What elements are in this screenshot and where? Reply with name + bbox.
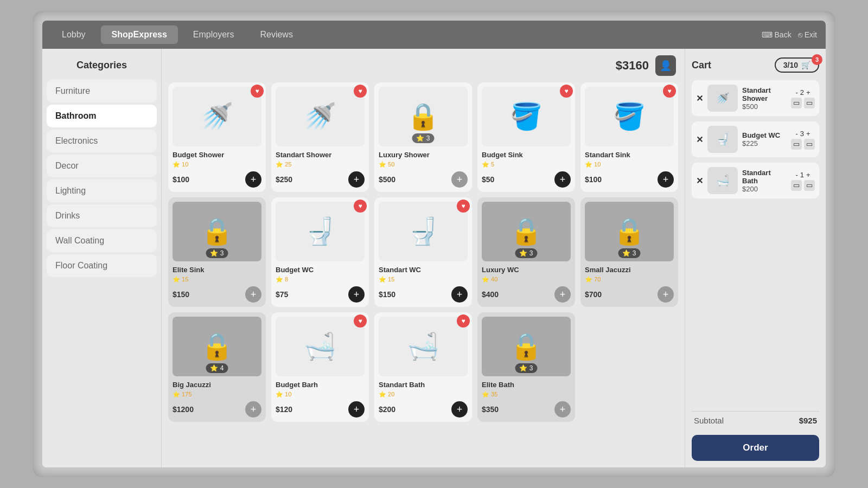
product-price: $150 <box>173 290 189 299</box>
product-stars: ⭐ 50 <box>379 161 468 168</box>
star-badge: ⭐ 3 <box>618 248 640 258</box>
product-price: $75 <box>276 290 288 299</box>
add-button[interactable]: + <box>554 286 571 303</box>
heart-button[interactable]: ♥ <box>251 85 264 98</box>
product-card-budget-shower[interactable]: ♥ 🚿 Budget Shower ⭐ 10 $100 + <box>168 82 266 192</box>
product-price-row: $120 + <box>276 401 365 418</box>
cart-qty: - 3 + ▭ ▭ <box>791 130 815 150</box>
heart-button[interactable]: ♥ <box>354 200 367 213</box>
sidebar-item-furniture[interactable]: Furniture <box>47 80 157 102</box>
remove-button[interactable]: ✕ <box>696 176 703 186</box>
sidebar-item-electronics[interactable]: Electronics <box>47 130 157 152</box>
sidebar-item-drinks[interactable]: Drinks <box>47 204 157 227</box>
sidebar-item-floor-coating[interactable]: Floor Coating <box>47 254 157 277</box>
product-card-elite-sink[interactable]: 🔒 ⭐ 3 Elite Sink ⭐ 15 $150 + <box>168 197 266 307</box>
add-button[interactable]: + <box>245 401 261 418</box>
add-button[interactable]: + <box>658 286 674 303</box>
add-button[interactable]: + <box>245 286 261 303</box>
product-price-row: $200 + <box>379 401 468 418</box>
product-price: $500 <box>379 175 395 184</box>
decrement-button[interactable]: ▭ <box>791 98 802 108</box>
add-button[interactable]: + <box>348 401 365 418</box>
add-button[interactable]: + <box>554 171 571 188</box>
product-price: $250 <box>276 175 292 184</box>
remove-button[interactable]: ✕ <box>696 93 703 104</box>
product-price-row: $400 + <box>482 286 571 303</box>
product-card-budget-wc[interactable]: ♥ 🚽 Budget WC ⭐ 8 $75 + <box>271 197 369 307</box>
cart-item-image: 🚽 <box>707 126 738 153</box>
product-card-standart-sink[interactable]: ♥ 🪣 Standart Sink ⭐ 10 $100 + <box>580 82 678 192</box>
product-price-row: $700 + <box>585 286 674 303</box>
heart-button[interactable]: ♥ <box>354 85 367 98</box>
product-name: Standart Bath <box>379 381 468 389</box>
product-stars: ⭐ 8 <box>276 276 365 283</box>
increment-button[interactable]: ▭ <box>804 98 815 108</box>
star-badge: ⭐ 3 <box>515 363 537 373</box>
add-button[interactable]: + <box>348 171 365 188</box>
product-price: $100 <box>173 175 189 184</box>
product-name: Budget Sink <box>482 151 571 159</box>
add-button[interactable]: + <box>348 286 365 303</box>
product-card-standart-wc[interactable]: ♥ 🚽 Standart WC ⭐ 15 $150 + <box>374 197 472 307</box>
tab-lobby[interactable]: Lobby <box>51 25 97 44</box>
minus-icon: - <box>795 130 797 138</box>
cart-item-info: Standart Shower $500 <box>742 86 787 111</box>
product-price-row: $250 + <box>276 171 365 188</box>
user-icon-button[interactable]: 👤 <box>655 55 676 76</box>
tab-reviews[interactable]: Reviews <box>249 25 303 44</box>
product-name: Big Jacuzzi <box>173 381 261 389</box>
product-card-budget-sink[interactable]: ♥ 🪣 Budget Sink ⭐ 5 $50 + <box>477 82 575 192</box>
sidebar-item-wall-coating[interactable]: Wall Coating <box>47 229 157 252</box>
product-card-standart-bath[interactable]: ♥ 🛁 Standart Bath ⭐ 20 $200 + <box>374 312 472 422</box>
add-button[interactable]: + <box>554 401 571 418</box>
product-card-big-jacuzzi[interactable]: 🔒 ⭐ 4 Big Jacuzzi ⭐ 175 $1200 + <box>168 312 266 422</box>
subtotal-label: Subtotal <box>694 416 724 425</box>
decrement-button[interactable]: ▭ <box>791 139 802 150</box>
heart-button[interactable]: ♥ <box>354 314 367 328</box>
heart-button[interactable]: ♥ <box>457 314 470 328</box>
sidebar-item-lighting[interactable]: Lighting <box>47 179 157 202</box>
product-name: Luxury Shower <box>379 151 468 159</box>
decrement-button[interactable]: ▭ <box>791 180 802 191</box>
sidebar-item-bathroom[interactable]: Bathroom <box>47 105 157 127</box>
product-image: 🚽 <box>379 202 468 261</box>
sidebar-item-decor[interactable]: Decor <box>47 155 157 177</box>
add-button[interactable]: + <box>658 171 674 188</box>
order-button[interactable]: Order <box>692 435 819 461</box>
product-image: 🛁 <box>276 317 365 376</box>
add-button[interactable]: + <box>451 286 468 303</box>
tab-shopexpress[interactable]: ShopExpress <box>101 25 178 44</box>
product-card-luxury-wc[interactable]: 🔒 ⭐ 3 Luxury WC ⭐ 40 $400 + <box>477 197 575 307</box>
add-button[interactable]: + <box>451 401 468 418</box>
add-button[interactable]: + <box>451 171 468 188</box>
product-card-elite-bath[interactable]: 🔒 ⭐ 3 Elite Bath ⭐ 35 $350 + <box>477 312 575 422</box>
product-price-row: $150 + <box>173 286 261 303</box>
star-badge: ⭐ 3 <box>515 248 537 258</box>
add-button[interactable]: + <box>245 171 261 188</box>
cart-item-price: $225 <box>742 139 787 147</box>
increment-button[interactable]: ▭ <box>804 139 815 150</box>
product-stars: ⭐ 15 <box>173 276 261 283</box>
back-button[interactable]: ⌨ Back <box>762 30 792 39</box>
product-name: Elite Sink <box>173 266 261 274</box>
product-card-small-jacuzzi[interactable]: 🔒 ⭐ 3 Small Jacuzzi ⭐ 70 $700 + <box>580 197 678 307</box>
product-card-luxury-shower[interactable]: 🔒 ⭐ 3 Luxury Shower ⭐ 50 $500 + <box>374 82 472 192</box>
cart-item-name: Budget WC <box>742 131 787 139</box>
heart-button[interactable]: ♥ <box>663 85 676 98</box>
increment-button[interactable]: ▭ <box>804 180 815 191</box>
product-header: $3160 👤 <box>162 49 685 82</box>
exit-button[interactable]: ⎋ Exit <box>798 30 817 39</box>
product-stars: ⭐ 10 <box>585 161 674 168</box>
product-card-standart-shower[interactable]: ♥ 🚿 Standart Shower ⭐ 25 $250 + <box>271 82 369 192</box>
subtotal-row: Subtotal $925 <box>692 411 819 429</box>
remove-button[interactable]: ✕ <box>696 134 703 145</box>
product-card-budget-bath[interactable]: ♥ 🛁 Budget Barh ⭐ 10 $120 + <box>271 312 369 422</box>
minus-icon: - <box>795 88 797 97</box>
tab-employers[interactable]: Employers <box>182 25 245 44</box>
product-image: 🛁 <box>379 317 468 376</box>
product-price: $400 <box>482 290 499 299</box>
heart-button[interactable]: ♥ <box>560 85 573 98</box>
product-stars: ⭐ 70 <box>585 276 674 283</box>
cart-count-button[interactable]: 3/10 🛒 3 <box>775 57 819 73</box>
heart-button[interactable]: ♥ <box>457 200 470 213</box>
